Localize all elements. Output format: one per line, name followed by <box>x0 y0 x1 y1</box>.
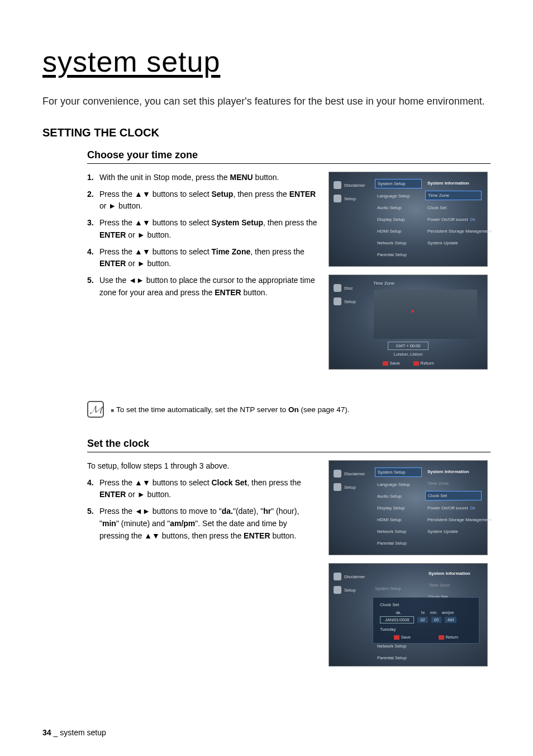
step: 2. Press the ▲▼ buttons to select Setup,… <box>87 188 317 212</box>
submenu-item: Clock Set <box>425 204 482 212</box>
field-label: hr. <box>421 611 426 615</box>
panel-title: Time Zone <box>373 281 394 286</box>
menu-item: System Setup <box>375 586 401 591</box>
updown-arrows-icon: ▲▼ <box>144 531 160 540</box>
submenu-item: Power On/Off soundOn <box>425 504 482 512</box>
ampm-field: AM <box>445 617 456 623</box>
setup-icon <box>334 483 341 491</box>
play-icon: ► <box>137 259 145 268</box>
field-label: am/pm <box>442 611 454 615</box>
footer-label: _ system setup <box>54 728 106 737</box>
step-number: 5. <box>87 505 94 518</box>
submenu-header: System Information <box>425 467 482 476</box>
red-button-icon <box>439 635 444 640</box>
updown-arrows-icon: ▲▼ <box>135 478 150 487</box>
menu-item: Parental Setup <box>375 251 422 259</box>
disclaimer-icon <box>334 573 341 580</box>
step: 4. Press the ▲▼ buttons to select Clock … <box>87 477 317 501</box>
osd-screenshot-timezone-map: Disc Setup Time Zone GMT + 00:00 London,… <box>329 275 488 370</box>
red-button-icon <box>413 361 419 366</box>
menu-item: HDMI Setup <box>375 227 422 235</box>
step-number: 2. <box>87 188 94 201</box>
sidebar-item-label: Setup <box>344 485 356 490</box>
world-map <box>374 290 477 339</box>
note-text: ■To set the time automatically, set the … <box>111 405 350 414</box>
sidebar-item-label: Setup <box>344 299 356 304</box>
menu-item: HDMI Setup <box>375 516 422 524</box>
page-number: 34 <box>42 728 51 737</box>
step: 1. With the unit in Stop mode, press the… <box>87 172 317 184</box>
gmt-offset: GMT + 00:00 <box>388 342 429 350</box>
red-button-icon <box>382 361 388 366</box>
red-button-icon <box>394 635 399 640</box>
date-field: JAN/01/2008 <box>380 616 414 623</box>
disclaimer-icon <box>334 470 341 478</box>
menu-item: Network Setup <box>375 642 422 650</box>
submenu-item: Time Zone <box>425 191 482 200</box>
setclock-heading: Set the clock <box>87 438 491 452</box>
minute-field: 05 <box>431 617 441 623</box>
page-footer: 34_ system setup <box>42 728 106 737</box>
updown-arrows-icon: ▲▼ <box>135 190 150 199</box>
weekday-label: Tuesday <box>380 627 472 632</box>
return-button: Return <box>439 635 459 640</box>
menu-item: Display Setup <box>375 215 422 224</box>
updown-arrows-icon: ▲▼ <box>135 218 150 227</box>
return-button: Return <box>413 361 434 366</box>
step-number: 4. <box>87 246 94 258</box>
play-icon: ► <box>137 230 145 239</box>
setclock-lead: To setup, follow steps 1 through 3 above… <box>87 460 317 472</box>
updown-arrows-icon: ▲▼ <box>135 247 150 256</box>
step: 5. Use the ◄► button to place the cursor… <box>87 275 317 299</box>
step: 3. Press the ▲▼ buttons to select System… <box>87 217 317 241</box>
step: 5. Press the ◄► buttons to move to "da."… <box>87 505 317 542</box>
osd-screenshot-system-setup: Disclaimer Setup System Setup Language S… <box>329 172 488 267</box>
submenu-item: System Update <box>425 527 482 536</box>
play-icon: ► <box>108 201 116 210</box>
sidebar-item-label: Setup <box>344 588 356 593</box>
disclaimer-icon <box>334 284 341 292</box>
setup-icon <box>334 195 341 202</box>
field-label: da. <box>380 611 417 615</box>
field-label: min. <box>430 611 437 615</box>
menu-item: Network Setup <box>375 239 422 247</box>
menu-item: Language Setup <box>375 480 422 489</box>
menu-item: Parental Setup <box>375 539 422 547</box>
submenu-header: System Information <box>425 179 482 187</box>
note-icon: 𝓜 <box>87 401 104 418</box>
submenu-item: Clock Set <box>425 491 482 500</box>
submenu-item: System Update <box>425 239 482 247</box>
setup-icon <box>334 297 341 305</box>
submenu-header: System Information <box>426 569 482 578</box>
submenu-item: Persistent Storage Management <box>425 227 482 235</box>
hour-field: 02 <box>417 617 427 623</box>
clockset-panel: Clock Set da. hr. min. am/pm JAN/01/2008… <box>373 597 479 644</box>
menu-item: Network Setup <box>375 527 422 536</box>
page-title: system setup <box>42 45 491 78</box>
submenu-item: Power On/Off soundOn <box>425 215 482 224</box>
menu-item: System Setup <box>375 467 422 477</box>
disclaimer-icon <box>334 181 341 189</box>
sidebar-item-label: Disclaimer <box>344 183 365 188</box>
menu-item: Audio Setup <box>375 492 422 500</box>
city-label: London, Lisbon <box>394 352 422 357</box>
osd-screenshot-clockset-dialog: Disclaimer Setup System Information Time… <box>329 563 488 667</box>
step-number: 3. <box>87 217 94 229</box>
osd-screenshot-clockset-menu: Disclaimer Setup System Setup Language S… <box>329 460 488 555</box>
menu-item: Display Setup <box>375 504 422 512</box>
sidebar-item-label: Disclaimer <box>344 574 365 579</box>
menu-item: Language Setup <box>375 192 422 200</box>
section-heading: SETTING THE CLOCK <box>42 126 491 139</box>
intro-text: For your convenience, you can set this p… <box>42 94 491 108</box>
play-icon: ► <box>137 490 145 499</box>
step-number: 4. <box>87 477 94 489</box>
step: 4. Press the ▲▼ buttons to select Time Z… <box>87 246 317 270</box>
submenu-item: Time Zone <box>425 479 482 488</box>
submenu-item: Persistent Storage Management <box>425 516 482 524</box>
save-button: Save <box>394 635 411 640</box>
save-button: Save <box>382 361 399 366</box>
menu-item: Audio Setup <box>375 204 422 212</box>
submenu-item: Time Zone <box>426 581 482 589</box>
timezone-heading: Choose your time zone <box>87 149 491 164</box>
menu-item: Parental Setup <box>375 654 422 662</box>
